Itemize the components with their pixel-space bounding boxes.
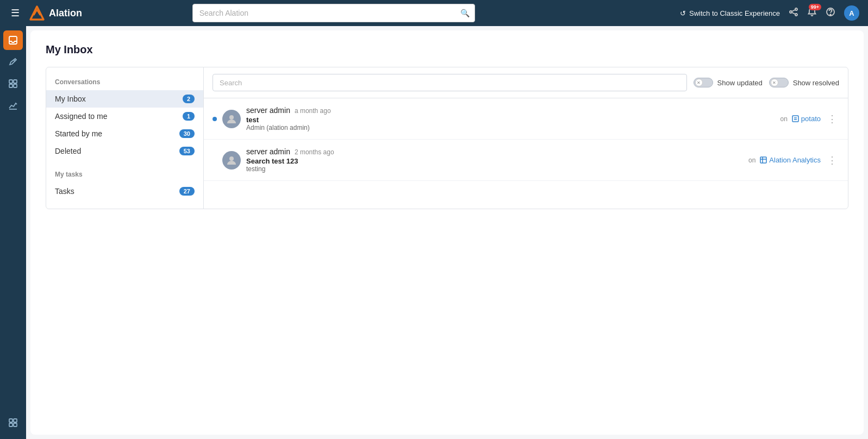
conversations-section-label: Conversations bbox=[46, 76, 203, 90]
notifications-icon[interactable]: 99+ bbox=[807, 7, 817, 19]
svg-point-22 bbox=[229, 156, 234, 161]
svg-rect-8 bbox=[9, 36, 17, 44]
sidebar-icon-inbox[interactable] bbox=[3, 30, 23, 50]
conversation-item[interactable]: server admin 2 months ago Search test 12… bbox=[204, 140, 848, 181]
inbox-layout: Conversations My Inbox 2 Assigned to me … bbox=[46, 67, 848, 209]
sidebar-icon-compose[interactable] bbox=[3, 52, 23, 72]
conversation-list: server admin a month ago test Admin (ala… bbox=[204, 98, 848, 209]
app-logo: Alation bbox=[28, 4, 82, 22]
show-updated-toggle[interactable]: ✕ bbox=[694, 78, 713, 87]
conversation-link-2[interactable]: Alation Analytics bbox=[760, 156, 821, 164]
inbox-toolbar: ✕ Show updated ✕ Show resolved bbox=[204, 67, 848, 98]
show-updated-toggle-group: ✕ Show updated bbox=[694, 78, 763, 87]
hamburger-menu[interactable]: ☰ bbox=[9, 5, 22, 21]
toggle-x-icon-2: ✕ bbox=[771, 79, 778, 86]
content-area: My Inbox Conversations My Inbox 2 Assign… bbox=[26, 26, 868, 439]
conversation-more-button[interactable]: ⋮ bbox=[825, 112, 839, 126]
sidebar-icon-apps[interactable] bbox=[3, 413, 23, 432]
search-icon: 🔍 bbox=[460, 9, 470, 17]
svg-line-4 bbox=[792, 10, 795, 11]
page-container: My Inbox Conversations My Inbox 2 Assign… bbox=[30, 30, 864, 435]
sidebar-icons bbox=[0, 26, 26, 439]
show-resolved-toggle[interactable]: ✕ bbox=[769, 78, 789, 87]
tasks-section-label: My tasks bbox=[46, 168, 203, 183]
inbox-sidebar: Conversations My Inbox 2 Assigned to me … bbox=[46, 67, 204, 209]
user-avatar[interactable]: A bbox=[844, 5, 859, 21]
svg-rect-15 bbox=[14, 419, 17, 422]
help-icon[interactable] bbox=[826, 7, 835, 19]
sidebar-icon-analytics[interactable] bbox=[3, 96, 23, 115]
sidebar-item-my-inbox[interactable]: My Inbox 2 bbox=[46, 90, 203, 108]
show-resolved-toggle-group: ✕ Show resolved bbox=[769, 78, 839, 87]
svg-rect-11 bbox=[9, 84, 13, 87]
svg-marker-0 bbox=[30, 7, 43, 20]
sidebar-item-assigned-to-me[interactable]: Assigned to me 1 bbox=[46, 108, 203, 125]
svg-point-2 bbox=[795, 8, 797, 10]
svg-line-5 bbox=[792, 12, 795, 14]
switch-classic-button[interactable]: ↺ Switch to Classic Experience bbox=[680, 9, 780, 17]
sidebar-icon-catalog[interactable] bbox=[3, 74, 23, 93]
svg-rect-19 bbox=[792, 116, 798, 122]
sidebar-item-started-by-me[interactable]: Started by me 30 bbox=[46, 125, 203, 142]
conversation-right: on potato ⋮ bbox=[780, 112, 839, 126]
show-resolved-label: Show resolved bbox=[793, 79, 839, 87]
svg-rect-14 bbox=[9, 419, 13, 422]
unread-dot-empty bbox=[213, 158, 217, 162]
inbox-search[interactable] bbox=[213, 74, 687, 91]
svg-rect-9 bbox=[9, 80, 13, 83]
refresh-icon: ↺ bbox=[680, 9, 686, 17]
inbox-main: ✕ Show updated ✕ Show resolved bbox=[204, 67, 848, 209]
connections-icon[interactable] bbox=[789, 7, 798, 19]
conversation-info: server admin a month ago test Admin (ala… bbox=[246, 106, 775, 131]
unread-dot bbox=[213, 117, 217, 121]
logo-text: Alation bbox=[49, 8, 82, 19]
conversation-link[interactable]: potato bbox=[792, 115, 821, 123]
svg-rect-23 bbox=[760, 157, 766, 163]
page-title: My Inbox bbox=[46, 43, 848, 56]
conversation-more-button-2[interactable]: ⋮ bbox=[825, 153, 839, 167]
svg-point-18 bbox=[229, 115, 234, 120]
svg-point-7 bbox=[830, 14, 831, 15]
svg-point-3 bbox=[795, 14, 797, 16]
conversation-item[interactable]: server admin a month ago test Admin (ala… bbox=[204, 98, 848, 140]
toggle-x-icon: ✕ bbox=[695, 79, 703, 86]
sidebar-item-tasks[interactable]: Tasks 27 bbox=[46, 183, 203, 200]
show-updated-label: Show updated bbox=[717, 79, 763, 87]
conversation-right-2: on Alation Analytics ⋮ bbox=[748, 153, 839, 167]
sidebar-item-deleted[interactable]: Deleted 53 bbox=[46, 142, 203, 160]
inbox-search-input[interactable] bbox=[213, 74, 687, 91]
global-search[interactable]: 🔍 bbox=[192, 4, 475, 22]
sender-avatar bbox=[222, 110, 241, 128]
svg-rect-16 bbox=[9, 423, 13, 427]
search-input[interactable] bbox=[192, 4, 475, 22]
notification-badge: 99+ bbox=[809, 4, 821, 10]
svg-rect-17 bbox=[14, 423, 17, 427]
svg-point-1 bbox=[790, 11, 792, 13]
svg-rect-12 bbox=[14, 84, 17, 87]
svg-rect-10 bbox=[14, 80, 17, 83]
conversation-info-2: server admin 2 months ago Search test 12… bbox=[246, 147, 743, 173]
sender-avatar-2 bbox=[222, 151, 241, 170]
